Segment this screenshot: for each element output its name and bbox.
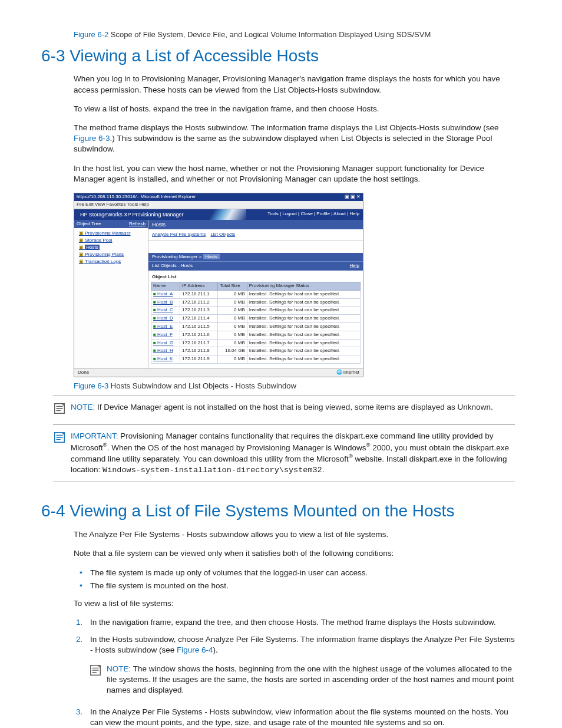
step-1: In the navigation frame, expand the tree…	[74, 617, 515, 628]
object-tree-panel: Object Tree Refresh ▣ Provisioning Manag…	[74, 220, 148, 368]
window-buttons: ▣ ▣ ✕	[345, 194, 361, 200]
screenshot-statusbar: Done 🌐 Internet	[74, 368, 363, 377]
table-row: Host_C172.16.211.30 MBInstalled. Setting…	[151, 307, 361, 315]
section-6-3-title: 6-3 Viewing a List of Accessible Hosts	[41, 45, 521, 67]
step-2: In the Hosts subwindow, choose Analyze P…	[74, 634, 515, 696]
table-row: Host_B172.16.211.20 MBInstalled. Setting…	[151, 298, 361, 307]
note-device-manager-agent: NOTE: If Device Manager agent is not ins…	[53, 402, 521, 418]
bullet-2: The file system is mounted on the host.	[74, 581, 515, 591]
step-3: In the Analyze Per File Systems - Hosts …	[74, 707, 515, 728]
table-row: Host_K172.16.211.90 MBInstalled. Setting…	[151, 355, 361, 364]
tree-item: ▣ Hosts	[79, 245, 148, 251]
figure-6-3-ref: Figure 6-3	[74, 381, 108, 390]
figure-6-2-ref: Figure 6-2	[74, 30, 108, 39]
important-diskpart: IMPORTANT: Provisioning Manager contains…	[53, 431, 521, 476]
link-figure-6-3[interactable]: Figure 6-3	[74, 134, 110, 143]
important-icon	[53, 431, 71, 447]
breadcrumb: Provisioning Manager > Hosts	[148, 253, 363, 262]
sec64-p1: The Analyze Per File Systems - Hosts sub…	[74, 529, 515, 540]
tree-item: ▣ Storage Pool	[79, 238, 148, 244]
figure-6-3-caption: Figure 6-3 Hosts Subwindow and List Obje…	[74, 381, 521, 391]
hosts-screenshot: https://10.208.115.30:23016/...Microsoft…	[74, 193, 363, 377]
table-row: Host_F172.16.211.60 MBInstalled. Setting…	[151, 331, 361, 339]
object-list-table: Name IP Address Total Size Provisioning …	[151, 282, 361, 364]
link-figure-6-4[interactable]: Figure 6-4	[177, 645, 213, 654]
section-6-4-title: 6-4 Viewing a List of File Systems Mount…	[41, 500, 521, 522]
step2-note: NOTE: The window shows the hosts, beginn…	[89, 664, 515, 696]
note-icon	[89, 664, 107, 680]
sec64-p3: To view a list of file systems:	[74, 598, 515, 609]
screenshot-menubar: File Edit View Favorites Tools Help	[74, 201, 363, 209]
sec63-p2: To view a list of hosts, expand the tree…	[74, 104, 515, 114]
subwindow-tabs: Analyze Per File Systems List Objects	[148, 229, 363, 241]
table-row: Host_G172.16.211.70 MBInstalled. Setting…	[151, 339, 361, 347]
screenshot-brandbar: HP StorageWorks XP Provisioning Manager …	[74, 209, 363, 220]
tree-item: ▣ Provisioning Plans	[79, 252, 148, 258]
note-icon	[53, 402, 71, 418]
figure-6-2-text: Scope of File System, Device File, and L…	[108, 30, 431, 39]
figure-6-2-caption: Figure 6-2 Scope of File System, Device …	[74, 29, 521, 40]
table-row: Host_D172.16.211.40 MBInstalled. Setting…	[151, 315, 361, 323]
table-row: Host_H172.16.211.816.04 GBInstalled. Set…	[151, 347, 361, 355]
sec64-p2: Note that a file system can be viewed on…	[74, 548, 515, 559]
table-row: Host_E172.16.211.50 MBInstalled. Setting…	[151, 323, 361, 331]
main-panel: Hosts Analyze Per File Systems List Obje…	[148, 220, 363, 368]
sec63-p3: The method frame displays the Hosts subw…	[74, 123, 515, 155]
bullet-1: The file system is made up only of volum…	[74, 568, 515, 578]
tree-item: ▣ Transaction Logs	[79, 259, 148, 265]
table-row: Host_A172.16.211.10 MBInstalled. Setting…	[151, 290, 361, 298]
sec63-p4: In the host list, you can view the host …	[74, 163, 515, 185]
sec63-p1: When you log in to Provisioning Manager,…	[74, 74, 515, 95]
tree-item: ▣ Provisioning Manager	[79, 230, 148, 237]
screenshot-titlebar: https://10.208.115.30:23016/...Microsoft…	[74, 193, 363, 201]
